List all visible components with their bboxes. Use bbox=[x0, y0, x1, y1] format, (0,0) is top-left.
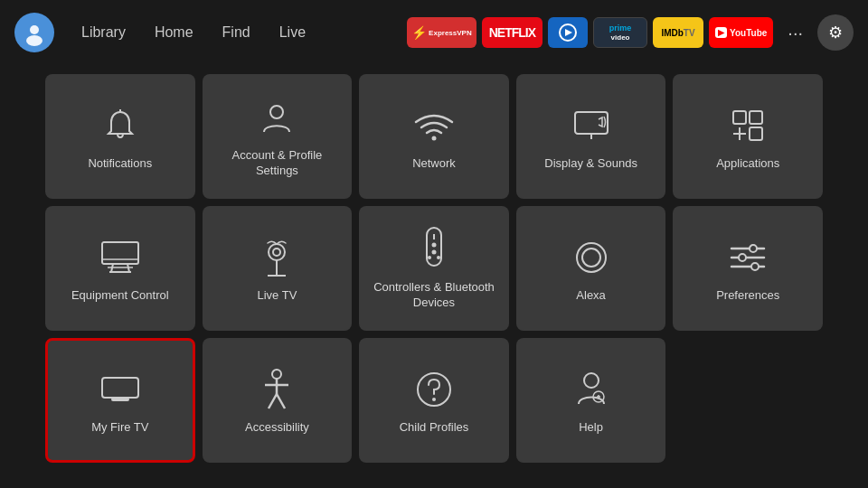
svg-rect-11 bbox=[750, 127, 762, 140]
child-icon bbox=[570, 368, 613, 411]
firetv-icon bbox=[99, 368, 142, 411]
grid-item-alexa[interactable]: Alexa bbox=[516, 206, 666, 331]
apps-icon bbox=[726, 104, 769, 147]
grid-item-myfiretv[interactable]: My Fire TV bbox=[45, 338, 195, 463]
svg-point-30 bbox=[577, 243, 606, 272]
nav-home[interactable]: Home bbox=[142, 19, 206, 46]
grid-item-network[interactable]: Network bbox=[359, 74, 509, 199]
svg-line-44 bbox=[269, 394, 277, 408]
livetv-label: Live TV bbox=[257, 288, 297, 304]
svg-rect-38 bbox=[102, 378, 138, 398]
app-expressvpn[interactable]: ⚡ExpressVPN bbox=[407, 17, 476, 48]
grid-item-livetv[interactable]: Live TV bbox=[203, 206, 353, 331]
accessibility-label: Accessibility bbox=[245, 420, 309, 436]
childprofiles-label: Help bbox=[579, 420, 603, 436]
svg-point-0 bbox=[30, 25, 39, 34]
app-prime[interactable]: prime video bbox=[593, 17, 647, 48]
grid-item-applications[interactable]: Applications bbox=[673, 74, 823, 199]
help-label: Child Profiles bbox=[400, 420, 469, 436]
svg-point-37 bbox=[751, 263, 759, 270]
preferences-label: Preferences bbox=[716, 288, 779, 304]
more-apps-button[interactable]: ··· bbox=[780, 17, 810, 49]
alexa-icon bbox=[570, 236, 613, 279]
svg-point-47 bbox=[432, 398, 436, 401]
app-youtube[interactable]: ▶YouTube bbox=[709, 17, 773, 48]
svg-point-36 bbox=[739, 254, 746, 261]
network-label: Network bbox=[412, 156, 456, 172]
svg-point-26 bbox=[431, 243, 436, 248]
avatar[interactable] bbox=[14, 13, 54, 52]
svg-point-41 bbox=[272, 370, 281, 379]
settings-grid: Notifications Account & Profile Settings… bbox=[0, 65, 868, 472]
svg-rect-9 bbox=[733, 111, 746, 124]
svg-point-4 bbox=[270, 106, 283, 118]
app-stream[interactable] bbox=[548, 17, 588, 48]
svg-rect-40 bbox=[111, 398, 129, 401]
sliders-icon bbox=[726, 236, 769, 279]
display-label: Display & Sounds bbox=[544, 156, 637, 172]
svg-point-29 bbox=[437, 256, 440, 259]
help-icon bbox=[412, 368, 456, 411]
antenna-icon bbox=[255, 236, 298, 279]
wifi-icon bbox=[412, 104, 456, 147]
myfiretv-label: My Fire TV bbox=[91, 420, 148, 436]
grid-item-accessibility[interactable]: Accessibility bbox=[203, 338, 353, 463]
equipment-label: Equipment Control bbox=[71, 288, 169, 304]
person2-icon bbox=[255, 368, 298, 411]
svg-line-45 bbox=[277, 394, 285, 408]
app-imdb[interactable]: IMDb TV bbox=[653, 17, 703, 48]
remote-icon bbox=[412, 228, 456, 271]
svg-point-1 bbox=[26, 35, 42, 46]
svg-point-48 bbox=[584, 373, 599, 388]
controllers-label: Controllers & Bluetooth Devices bbox=[366, 280, 502, 311]
grid-item-equipment[interactable]: Equipment Control bbox=[45, 206, 195, 331]
notifications-label: Notifications bbox=[88, 156, 152, 172]
svg-rect-10 bbox=[750, 111, 762, 124]
grid-item-controllers[interactable]: Controllers & Bluetooth Devices bbox=[359, 206, 509, 331]
nav-live[interactable]: Live bbox=[267, 19, 318, 46]
nav-library[interactable]: Library bbox=[69, 19, 138, 46]
svg-point-5 bbox=[431, 136, 436, 140]
grid-item-notifications[interactable]: Notifications bbox=[45, 74, 195, 199]
nav-links: Library Home Find Live bbox=[69, 19, 318, 46]
svg-point-21 bbox=[273, 249, 280, 256]
grid-item-childprofiles[interactable]: Help bbox=[516, 338, 666, 463]
applications-label: Applications bbox=[716, 156, 779, 172]
svg-point-35 bbox=[750, 245, 757, 252]
grid-item-help[interactable]: Child Profiles bbox=[359, 338, 509, 463]
svg-point-31 bbox=[582, 249, 600, 267]
bell-icon bbox=[99, 104, 142, 147]
nav-app-shortcuts: ⚡ExpressVPN NETFLIX prime video IMDb TV … bbox=[407, 17, 773, 48]
top-navigation: Library Home Find Live ⚡ExpressVPN NETFL… bbox=[0, 0, 868, 65]
svg-point-28 bbox=[428, 256, 431, 259]
svg-point-27 bbox=[431, 250, 436, 255]
grid-item-account[interactable]: Account & Profile Settings bbox=[203, 74, 353, 199]
monitor-icon bbox=[99, 236, 142, 279]
account-label: Account & Profile Settings bbox=[210, 148, 345, 179]
svg-rect-14 bbox=[102, 242, 138, 264]
alexa-label: Alexa bbox=[576, 288, 606, 304]
nav-find[interactable]: Find bbox=[210, 19, 263, 46]
grid-item-preferences[interactable]: Preferences bbox=[673, 206, 823, 331]
person-icon bbox=[255, 96, 298, 139]
display-icon bbox=[570, 104, 613, 147]
grid-item-display[interactable]: Display & Sounds bbox=[516, 74, 666, 199]
svg-point-20 bbox=[269, 244, 285, 260]
app-netflix[interactable]: NETFLIX bbox=[482, 17, 542, 48]
settings-button[interactable]: ⚙ bbox=[817, 14, 854, 51]
